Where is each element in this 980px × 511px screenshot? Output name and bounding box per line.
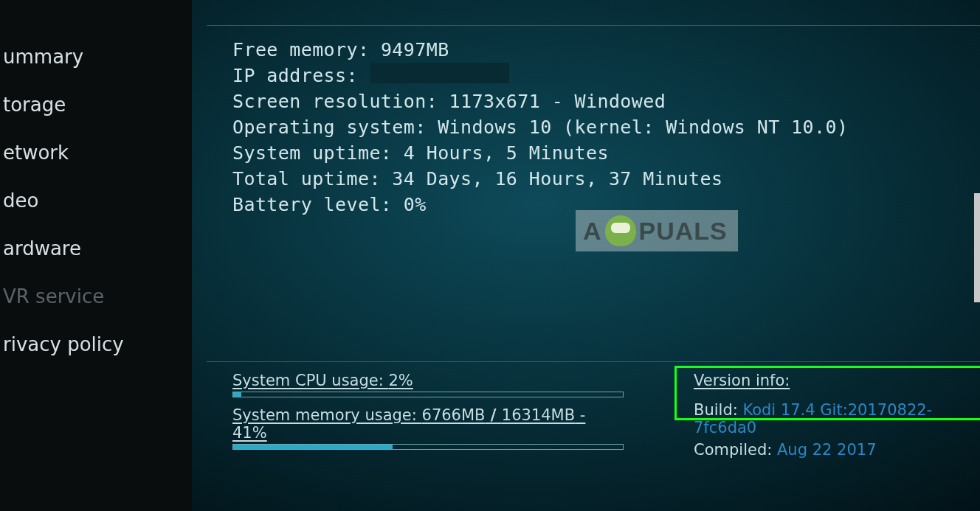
info-label: Total uptime:	[232, 166, 392, 192]
info-battery-level: Battery level: 0%	[232, 192, 848, 218]
info-label: IP address:	[232, 63, 369, 88]
info-screen-resolution: Screen resolution: 1173x671 - Windowed	[232, 88, 848, 114]
version-compiled-row: Compiled: Aug 22 2017	[694, 441, 980, 459]
version-compiled-label: Compiled:	[694, 441, 777, 459]
info-value: Windows 10 (kernel: Windows NT 10.0)	[438, 114, 848, 140]
memory-usage-bar-fill	[233, 445, 393, 449]
sidebar-item-label: deo	[3, 190, 38, 212]
version-info-block: Version info: Build: Kodi 17.4 Git:20170…	[694, 372, 980, 459]
cpu-usage-label: System CPU usage: 2%	[232, 372, 413, 389]
sidebar-item-label: ummary	[3, 46, 83, 68]
info-label: System uptime:	[232, 140, 404, 166]
sidebar-item-network[interactable]: etwork	[0, 128, 192, 176]
sidebar-item-pvr-service[interactable]: VR service	[0, 272, 192, 320]
info-value: 0%	[404, 192, 427, 218]
version-info-header: Version info:	[694, 372, 790, 389]
sidebar-item-label: ardware	[3, 237, 81, 260]
right-edge-scrollbar[interactable]	[974, 193, 980, 302]
info-value: 1173x671 - Windowed	[449, 88, 666, 114]
info-ip-address: IP address:	[232, 63, 848, 88]
info-value: 4 Hours, 5 Minutes	[404, 140, 609, 166]
divider-top	[207, 25, 980, 26]
info-operating-system: Operating system: Windows 10 (kernel: Wi…	[232, 114, 848, 140]
sidebar-item-hardware[interactable]: ardware	[0, 224, 192, 272]
version-compiled-value: Aug 22 2017	[777, 441, 877, 459]
version-build-row: Build: Kodi 17.4 Git:20170822-7fc6da0	[694, 401, 980, 437]
cpu-usage-bar	[232, 392, 624, 397]
appuals-mascot-icon	[605, 215, 636, 246]
sidebar-item-label: etwork	[3, 142, 69, 164]
memory-usage-row: System memory usage: 6766MB / 16314MB - …	[232, 406, 624, 442]
info-total-uptime: Total uptime: 34 Days, 16 Hours, 37 Minu…	[232, 166, 848, 192]
info-label: Operating system:	[232, 114, 438, 140]
info-value: 9497MB	[381, 37, 449, 63]
system-info-block: Free memory: 9497MB IP address: Screen r…	[232, 37, 848, 218]
memory-usage-label: System memory usage: 6766MB / 16314MB - …	[232, 406, 585, 442]
ip-redacted-mask	[370, 63, 509, 83]
info-value: 34 Days, 16 Hours, 37 Minutes	[392, 166, 722, 192]
watermark-text-left: A	[583, 217, 602, 246]
divider-mid	[207, 361, 980, 362]
info-free-memory: Free memory: 9497MB	[232, 37, 848, 63]
cpu-usage-row: System CPU usage: 2%	[232, 372, 624, 389]
sidebar: ummary torage etwork deo ardware VR serv…	[0, 0, 192, 511]
sidebar-item-summary[interactable]: ummary	[0, 32, 192, 80]
main-panel: Free memory: 9497MB IP address: Screen r…	[192, 0, 980, 511]
version-build-label: Build:	[694, 401, 742, 419]
sidebar-item-label: torage	[3, 94, 66, 116]
cpu-usage-bar-fill	[233, 392, 241, 397]
sidebar-item-label: rivacy policy	[3, 333, 124, 355]
info-system-uptime: System uptime: 4 Hours, 5 Minutes	[232, 140, 848, 166]
watermark-text-right: PUALS	[639, 217, 728, 246]
info-label: Free memory:	[232, 37, 381, 63]
sidebar-item-label: VR service	[3, 285, 104, 307]
sidebar-item-storage[interactable]: torage	[0, 80, 192, 128]
info-label: Screen resolution:	[232, 88, 449, 114]
info-label: Battery level:	[232, 192, 404, 218]
usage-footer: System CPU usage: 2% System memory usage…	[232, 372, 624, 459]
sidebar-item-video[interactable]: deo	[0, 176, 192, 224]
memory-usage-bar	[232, 444, 624, 450]
watermark-appuals: A PUALS	[576, 210, 738, 251]
sidebar-item-privacy-policy[interactable]: rivacy policy	[0, 320, 192, 368]
